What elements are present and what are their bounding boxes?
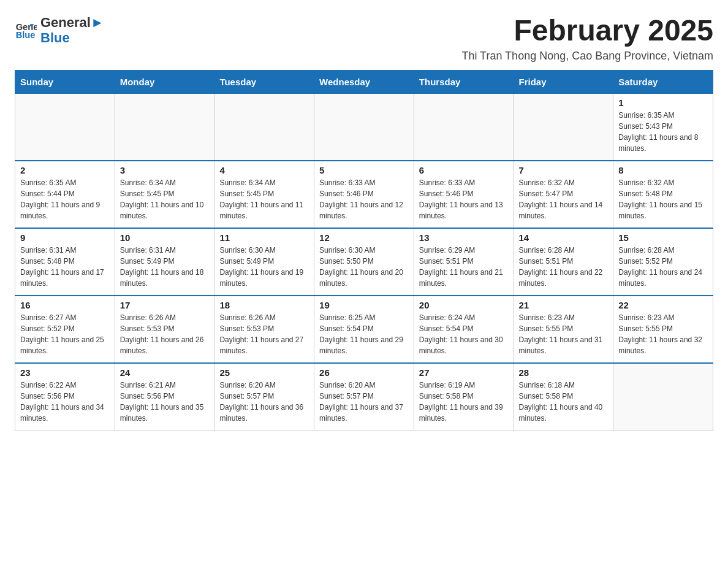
calendar-day-cell: 4Sunrise: 6:34 AMSunset: 5:45 PMDaylight… xyxy=(214,161,314,228)
day-info: Sunrise: 6:32 AMSunset: 5:48 PMDaylight:… xyxy=(618,177,708,221)
calendar-week-row: 9Sunrise: 6:31 AMSunset: 5:48 PMDaylight… xyxy=(15,228,713,296)
day-info: Sunrise: 6:31 AMSunset: 5:49 PMDaylight:… xyxy=(120,245,210,289)
calendar-day-cell xyxy=(314,93,414,161)
day-info: Sunrise: 6:20 AMSunset: 5:57 PMDaylight:… xyxy=(219,380,309,424)
logo: General Blue General► Blue xyxy=(15,15,104,46)
day-info: Sunrise: 6:34 AMSunset: 5:45 PMDaylight:… xyxy=(219,177,309,221)
col-saturday: Saturday xyxy=(613,70,713,93)
calendar-day-cell: 28Sunrise: 6:18 AMSunset: 5:58 PMDayligh… xyxy=(514,363,613,431)
day-info: Sunrise: 6:19 AMSunset: 5:58 PMDaylight:… xyxy=(419,380,509,424)
calendar-day-cell xyxy=(514,93,613,161)
calendar-day-cell: 2Sunrise: 6:35 AMSunset: 5:44 PMDaylight… xyxy=(15,161,115,228)
day-number: 18 xyxy=(219,300,309,310)
day-info: Sunrise: 6:26 AMSunset: 5:53 PMDaylight:… xyxy=(219,312,309,356)
day-info: Sunrise: 6:29 AMSunset: 5:51 PMDaylight:… xyxy=(419,245,509,289)
day-info: Sunrise: 6:35 AMSunset: 5:43 PMDaylight:… xyxy=(618,110,708,154)
title-block: February 2025 Thi Tran Thong Nong, Cao B… xyxy=(461,15,713,63)
day-info: Sunrise: 6:21 AMSunset: 5:56 PMDaylight:… xyxy=(120,380,210,424)
day-info: Sunrise: 6:30 AMSunset: 5:50 PMDaylight:… xyxy=(319,245,409,289)
day-number: 12 xyxy=(319,232,409,243)
calendar-day-cell: 18Sunrise: 6:26 AMSunset: 5:53 PMDayligh… xyxy=(214,296,314,363)
calendar-body: 1Sunrise: 6:35 AMSunset: 5:43 PMDaylight… xyxy=(15,93,713,431)
day-number: 6 xyxy=(419,165,509,175)
day-info: Sunrise: 6:22 AMSunset: 5:56 PMDaylight:… xyxy=(20,380,110,424)
subtitle: Thi Tran Thong Nong, Cao Bang Province, … xyxy=(461,50,713,63)
main-title: February 2025 xyxy=(461,15,713,47)
calendar-day-cell: 26Sunrise: 6:20 AMSunset: 5:57 PMDayligh… xyxy=(314,363,414,431)
calendar-day-cell: 19Sunrise: 6:25 AMSunset: 5:54 PMDayligh… xyxy=(314,296,414,363)
day-number: 9 xyxy=(20,232,110,243)
calendar-day-cell: 27Sunrise: 6:19 AMSunset: 5:58 PMDayligh… xyxy=(414,363,514,431)
day-info: Sunrise: 6:23 AMSunset: 5:55 PMDaylight:… xyxy=(519,312,609,356)
calendar-header: Sunday Monday Tuesday Wednesday Thursday… xyxy=(15,70,713,93)
logo-general: General► xyxy=(40,15,104,30)
day-number: 5 xyxy=(319,165,409,175)
day-info: Sunrise: 6:26 AMSunset: 5:53 PMDaylight:… xyxy=(120,312,210,356)
day-info: Sunrise: 6:33 AMSunset: 5:46 PMDaylight:… xyxy=(419,177,509,221)
calendar-week-row: 16Sunrise: 6:27 AMSunset: 5:52 PMDayligh… xyxy=(15,296,713,363)
day-info: Sunrise: 6:18 AMSunset: 5:58 PMDaylight:… xyxy=(519,380,609,424)
calendar-day-cell: 14Sunrise: 6:28 AMSunset: 5:51 PMDayligh… xyxy=(514,228,613,296)
calendar-day-cell: 15Sunrise: 6:28 AMSunset: 5:52 PMDayligh… xyxy=(613,228,713,296)
calendar-day-cell xyxy=(214,93,314,161)
day-number: 4 xyxy=(219,165,309,175)
day-info: Sunrise: 6:33 AMSunset: 5:46 PMDaylight:… xyxy=(319,177,409,221)
calendar-day-cell: 24Sunrise: 6:21 AMSunset: 5:56 PMDayligh… xyxy=(115,363,214,431)
calendar-day-cell: 9Sunrise: 6:31 AMSunset: 5:48 PMDaylight… xyxy=(15,228,115,296)
calendar-day-cell: 16Sunrise: 6:27 AMSunset: 5:52 PMDayligh… xyxy=(15,296,115,363)
day-number: 19 xyxy=(319,300,409,310)
calendar-day-cell xyxy=(15,93,115,161)
day-info: Sunrise: 6:20 AMSunset: 5:57 PMDaylight:… xyxy=(319,380,409,424)
calendar-day-cell: 3Sunrise: 6:34 AMSunset: 5:45 PMDaylight… xyxy=(115,161,214,228)
calendar-day-cell xyxy=(414,93,514,161)
calendar-day-cell: 6Sunrise: 6:33 AMSunset: 5:46 PMDaylight… xyxy=(414,161,514,228)
day-info: Sunrise: 6:31 AMSunset: 5:48 PMDaylight:… xyxy=(20,245,110,289)
calendar-day-cell: 12Sunrise: 6:30 AMSunset: 5:50 PMDayligh… xyxy=(314,228,414,296)
calendar-day-cell: 1Sunrise: 6:35 AMSunset: 5:43 PMDaylight… xyxy=(613,93,713,161)
day-number: 22 xyxy=(618,300,708,310)
day-info: Sunrise: 6:32 AMSunset: 5:47 PMDaylight:… xyxy=(519,177,609,221)
day-number: 13 xyxy=(419,232,509,243)
calendar-day-cell: 8Sunrise: 6:32 AMSunset: 5:48 PMDaylight… xyxy=(613,161,713,228)
col-tuesday: Tuesday xyxy=(214,70,314,93)
calendar-week-row: 1Sunrise: 6:35 AMSunset: 5:43 PMDaylight… xyxy=(15,93,713,161)
calendar-day-cell xyxy=(115,93,214,161)
day-info: Sunrise: 6:35 AMSunset: 5:44 PMDaylight:… xyxy=(20,177,110,221)
logo-blue: Blue xyxy=(40,30,104,45)
day-number: 20 xyxy=(419,300,509,310)
logo-icon: General Blue xyxy=(15,19,37,41)
day-number: 10 xyxy=(120,232,210,243)
day-number: 27 xyxy=(419,367,509,378)
calendar-week-row: 23Sunrise: 6:22 AMSunset: 5:56 PMDayligh… xyxy=(15,363,713,431)
calendar-day-cell: 17Sunrise: 6:26 AMSunset: 5:53 PMDayligh… xyxy=(115,296,214,363)
day-number: 25 xyxy=(219,367,309,378)
day-info: Sunrise: 6:30 AMSunset: 5:49 PMDaylight:… xyxy=(219,245,309,289)
calendar-day-cell: 23Sunrise: 6:22 AMSunset: 5:56 PMDayligh… xyxy=(15,363,115,431)
day-number: 28 xyxy=(519,367,609,378)
day-number: 8 xyxy=(618,165,708,175)
day-info: Sunrise: 6:25 AMSunset: 5:54 PMDaylight:… xyxy=(319,312,409,356)
day-info: Sunrise: 6:28 AMSunset: 5:52 PMDaylight:… xyxy=(618,245,708,289)
day-number: 17 xyxy=(120,300,210,310)
svg-text:Blue: Blue xyxy=(16,30,36,40)
day-number: 24 xyxy=(120,367,210,378)
day-number: 21 xyxy=(519,300,609,310)
col-thursday: Thursday xyxy=(414,70,514,93)
day-number: 16 xyxy=(20,300,110,310)
page-header: General Blue General► Blue February 2025… xyxy=(15,15,713,63)
day-number: 14 xyxy=(519,232,609,243)
day-info: Sunrise: 6:34 AMSunset: 5:45 PMDaylight:… xyxy=(120,177,210,221)
calendar-day-cell: 20Sunrise: 6:24 AMSunset: 5:54 PMDayligh… xyxy=(414,296,514,363)
day-number: 11 xyxy=(219,232,309,243)
calendar-day-cell: 5Sunrise: 6:33 AMSunset: 5:46 PMDaylight… xyxy=(314,161,414,228)
day-number: 26 xyxy=(319,367,409,378)
day-number: 3 xyxy=(120,165,210,175)
calendar-day-cell: 7Sunrise: 6:32 AMSunset: 5:47 PMDaylight… xyxy=(514,161,613,228)
col-monday: Monday xyxy=(115,70,214,93)
day-number: 1 xyxy=(618,98,708,108)
day-number: 2 xyxy=(20,165,110,175)
col-wednesday: Wednesday xyxy=(314,70,414,93)
day-number: 7 xyxy=(519,165,609,175)
calendar-day-cell: 13Sunrise: 6:29 AMSunset: 5:51 PMDayligh… xyxy=(414,228,514,296)
calendar-day-cell xyxy=(613,363,713,431)
